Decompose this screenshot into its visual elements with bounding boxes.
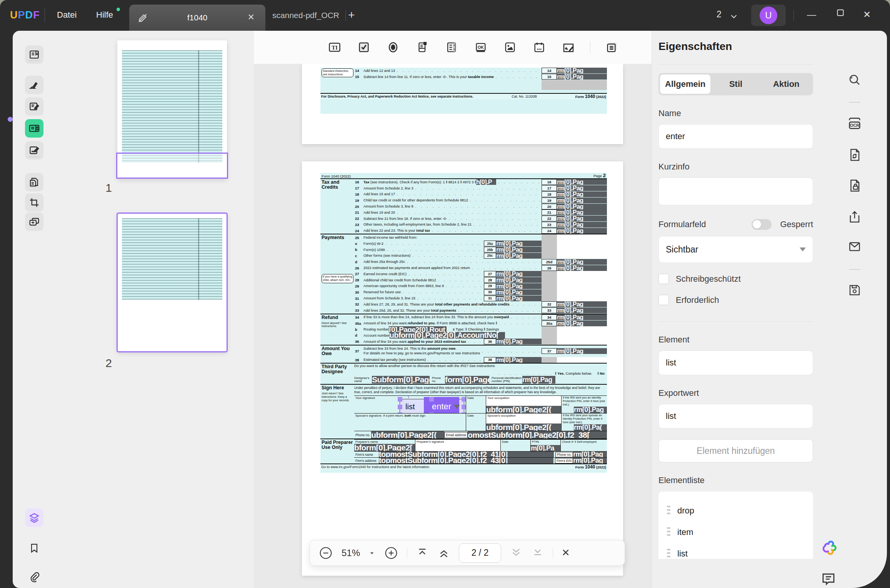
sidebar-item-layers[interactable]: [25, 508, 43, 527]
tab-close-icon[interactable]: ✕: [248, 12, 255, 22]
form-field-overlay[interactable]: rm[0].Pag: [496, 247, 542, 252]
form-field-overlay[interactable]: rm[0].Pag: [557, 265, 607, 271]
required-row[interactable]: Erforderlich: [658, 295, 813, 305]
form-field-overlay[interactable]: form[0].Page: [445, 376, 489, 384]
ocr-icon[interactable]: OCR: [846, 115, 863, 132]
drag-handle-icon[interactable]: [667, 549, 670, 559]
page-number-input[interactable]: 2 / 2: [459, 543, 501, 563]
form-field-overlay[interactable]: rm[0].Pag: [496, 296, 542, 301]
visibility-select[interactable]: Sichtbar: [658, 236, 813, 263]
convert-refresh-icon[interactable]: [846, 146, 863, 164]
menu-hilfe[interactable]: Hilfe: [96, 10, 113, 20]
tool-signature-field[interactable]: [561, 40, 576, 55]
form-field-overlay[interactable]: rm[0].Pag: [557, 321, 607, 326]
add-element-button[interactable]: Element hinzufügen: [658, 439, 813, 462]
form-field-overlay[interactable]: rm[0].Pag: [557, 74, 607, 80]
tool-field-list[interactable]: [604, 40, 620, 55]
zoom-dropdown-icon[interactable]: [368, 550, 375, 556]
form-field-overlay[interactable]: rm[0].Pag: [574, 407, 607, 413]
form-field-overlay[interactable]: ubform[0].Page2[(: [486, 406, 561, 413]
form-field-overlay[interactable]: rm[0].Pag: [496, 339, 542, 344]
selection-handle[interactable]: [462, 397, 466, 402]
element-input[interactable]: list: [658, 350, 813, 375]
tool-checkbox-field[interactable]: [356, 40, 372, 55]
document-count[interactable]: 2: [717, 9, 722, 20]
tab-scanned-pdf-ocr[interactable]: scanned-pdf_OCR: [269, 0, 342, 31]
form-field-overlay[interactable]: rm[0].Pag: [496, 277, 542, 283]
menu-datei[interactable]: Datei: [57, 10, 77, 20]
form-field-overlay[interactable]: rm[0].Pag: [496, 271, 542, 277]
next-page-button[interactable]: [510, 546, 523, 560]
sidebar-item-crop[interactable]: [25, 193, 43, 212]
sidebar-item-organize-pages[interactable]: [25, 173, 43, 191]
selection-handle[interactable]: [429, 412, 434, 413]
form-field-overlay[interactable]: rm[0].Pag: [557, 185, 607, 191]
form-field-overlay[interactable]: [0].Page2[0].Rout: [389, 326, 447, 333]
form-field-overlay[interactable]: rm[0].Pag: [557, 68, 607, 73]
sidebar-item-form[interactable]: [25, 119, 43, 138]
kurzinfo-input[interactable]: [658, 178, 813, 205]
form-field-overlay[interactable]: rm[0].Pag: [557, 259, 607, 265]
viewport-indicator[interactable]: [116, 153, 228, 179]
form-field-overlay[interactable]: rm[0].Pag: [573, 452, 607, 457]
tool-image-field[interactable]: [502, 40, 518, 55]
close-button[interactable]: ✕: [863, 9, 871, 20]
tool-listbox-field[interactable]: [444, 40, 459, 55]
form-field-overlay[interactable]: rm[0].Pag: [496, 283, 542, 289]
form-field-overlay[interactable]: rm[0].Pag: [557, 228, 607, 234]
feedback-icon[interactable]: [820, 570, 837, 588]
form-field-overlay[interactable]: rm[0].Pag: [496, 241, 542, 246]
form-field-overlay[interactable]: rm[0].Pag: [557, 179, 607, 185]
form-field-overlay[interactable]: rm[0].Pag: [557, 301, 607, 307]
selection-handle[interactable]: [398, 412, 402, 413]
readonly-row[interactable]: Schreibgeschützt: [658, 274, 813, 284]
go-last-page-button[interactable]: [531, 546, 544, 560]
form-field-overlay[interactable]: rm[0].Pag: [557, 216, 607, 221]
tab-allgemein[interactable]: Allgemein: [660, 75, 710, 94]
gesperrt-toggle[interactable]: [752, 219, 772, 230]
tool-date-field[interactable]: [532, 40, 547, 55]
form-field-overlay[interactable]: rm[0].Pag: [557, 307, 607, 313]
form-field-overlay[interactable]: m[0].Pa: [531, 445, 560, 451]
drag-handle-icon[interactable]: [667, 527, 670, 537]
tool-text-field[interactable]: TI: [327, 40, 342, 55]
form-field-overlay[interactable]: rm[0].Pag: [557, 222, 607, 228]
form-field-overlay[interactable]: h[0].P: [476, 179, 496, 185]
form-field-overlay[interactable]: ubform[0].Page2[(: [371, 431, 444, 439]
ai-assistant-icon[interactable]: [820, 539, 837, 556]
tab-f1040[interactable]: f1040 ✕: [129, 5, 265, 31]
account-button[interactable]: U: [751, 5, 786, 26]
form-field-overlay[interactable]: rm[0].Pag: [557, 191, 607, 197]
selected-list-field[interactable]: listenter: [400, 399, 464, 413]
form-field-overlay[interactable]: rm[0].Pag: [557, 204, 607, 209]
save-icon[interactable]: [846, 281, 863, 299]
form-field-overlay[interactable]: rm[0].Pag: [522, 376, 555, 384]
sidebar-item-bookmark[interactable]: [25, 539, 43, 557]
panel-handle-dot[interactable]: [8, 117, 13, 122]
form-field-overlay[interactable]: bform[0].Page2[: [354, 444, 415, 451]
form-field-overlay[interactable]: rm[0].Pag: [557, 198, 607, 203]
form-field-overlay[interactable]: rm[0].Pag: [496, 253, 542, 259]
selection-handle[interactable]: [398, 397, 402, 402]
required-checkbox[interactable]: [658, 295, 669, 305]
protect-doc-icon[interactable]: [846, 177, 863, 194]
new-tab-button[interactable]: +: [348, 8, 355, 22]
selection-handle[interactable]: [462, 405, 466, 409]
form-field-overlay[interactable]: topmostSubform[0].Page2[0].f2_43[0]: [379, 458, 553, 463]
form-field-overlay[interactable]: rm[0].Pag: [573, 458, 607, 463]
minimize-button[interactable]: —: [807, 9, 816, 20]
form-field-overlay[interactable]: rm[0].Pa(: [574, 424, 607, 431]
page-thumbnail-2[interactable]: [117, 213, 227, 352]
list-item-drop[interactable]: drop: [667, 500, 813, 522]
selection-handle[interactable]: [462, 412, 466, 413]
list-item-item[interactable]: item: [667, 522, 813, 543]
exportwert-input[interactable]: list: [658, 404, 813, 429]
share-icon[interactable]: [846, 208, 863, 226]
form-field-overlay[interactable]: omostSubform[0].Page2[0].f2_38[: [468, 431, 607, 439]
maximize-button[interactable]: [835, 8, 845, 18]
tool-button-field[interactable]: OK: [473, 40, 488, 55]
go-first-page-button[interactable]: [416, 546, 429, 560]
form-field-overlay[interactable]: rm[0].Pag: [496, 357, 542, 363]
sidebar-item-attachment[interactable]: [25, 568, 43, 586]
form-field-overlay[interactable]: rm[0].Pag: [557, 348, 607, 354]
